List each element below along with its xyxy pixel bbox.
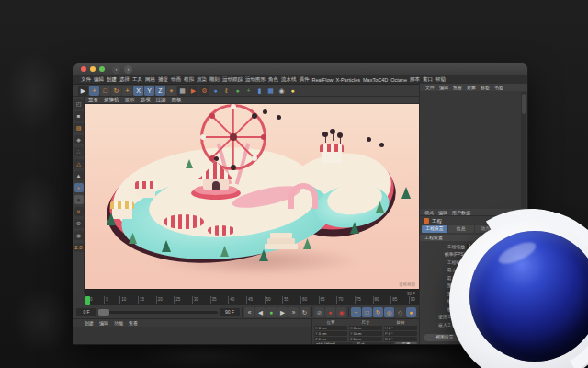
- zoom-window-button[interactable]: [99, 66, 105, 72]
- pen-spline-icon[interactable]: ℓ: [221, 86, 232, 96]
- object-manager-menu-item[interactable]: 标签: [481, 85, 490, 90]
- record-keyframe-button[interactable]: ●: [325, 307, 335, 317]
- menu-item[interactable]: 工具: [132, 76, 142, 83]
- menu-item[interactable]: 雕刻: [209, 76, 220, 83]
- scrollbar-thumb[interactable]: [522, 94, 526, 114]
- coord-field[interactable]: X0 cm: [349, 326, 382, 330]
- material-menu-item[interactable]: 查看: [129, 320, 138, 326]
- model-mode-icon[interactable]: ■: [74, 111, 84, 121]
- play-button[interactable]: ▶: [277, 307, 288, 317]
- key-rotation-toggle[interactable]: ↻: [373, 307, 383, 317]
- menu-item[interactable]: 捕捉: [158, 76, 168, 83]
- menu-item[interactable]: MaxToC4D: [363, 77, 388, 83]
- menu-item[interactable]: 脚本: [410, 76, 420, 83]
- workplane-icon[interactable]: ◆: [74, 135, 84, 144]
- timeline-playhead[interactable]: [85, 296, 90, 305]
- key-pla-toggle[interactable]: ◇: [395, 307, 405, 317]
- snap-toggle-icon[interactable]: ∨: [74, 207, 84, 216]
- material-menu-item[interactable]: 编辑: [99, 320, 108, 326]
- viewport-menu-item[interactable]: 摄像机: [104, 97, 119, 103]
- menu-item[interactable]: RealFlow: [312, 77, 334, 83]
- scale-tool-icon[interactable]: □: [100, 86, 110, 96]
- subdivision-surface-icon[interactable]: ●: [210, 86, 220, 96]
- render-view-icon[interactable]: ▦: [177, 86, 187, 96]
- material-list[interactable]: [74, 327, 311, 344]
- coord-size-dropdown[interactable]: 尺寸: [355, 342, 393, 345]
- move-tool-icon[interactable]: +: [89, 86, 99, 96]
- close-window-button[interactable]: [81, 66, 86, 72]
- record-button[interactable]: ●: [266, 307, 277, 317]
- loop-button[interactable]: ↻: [300, 307, 310, 317]
- viewport-menu-item[interactable]: 过滤: [156, 97, 166, 103]
- z-axis-lock-icon[interactable]: Z: [155, 86, 165, 96]
- object-manager-list[interactable]: [420, 91, 527, 210]
- record-objects-button[interactable]: ◉: [336, 307, 346, 317]
- menu-item[interactable]: 网格: [145, 76, 155, 83]
- menu-item[interactable]: 插件: [300, 76, 310, 83]
- go-to-end-button[interactable]: »: [288, 307, 299, 317]
- menu-item[interactable]: 流水线: [281, 76, 297, 83]
- viewport-menu-item[interactable]: 显示: [125, 97, 135, 103]
- menu-item[interactable]: 创建: [107, 76, 117, 83]
- key-scale-toggle[interactable]: □: [362, 307, 372, 317]
- points-mode-icon[interactable]: ∴: [74, 147, 84, 156]
- coord-field[interactable]: Z0 cm: [349, 337, 382, 341]
- render-picture-viewer-icon[interactable]: ▶: [188, 86, 198, 96]
- coord-field[interactable]: B0 °: [384, 337, 417, 341]
- coord-mode-dropdown[interactable]: 对象(相对): [314, 342, 353, 345]
- go-to-start-button[interactable]: «: [244, 307, 254, 317]
- viewport-menu-item[interactable]: 选项: [141, 97, 151, 103]
- timeline-slider[interactable]: [98, 308, 218, 316]
- deformer-icon[interactable]: +: [243, 86, 254, 96]
- scrollbar[interactable]: [521, 92, 526, 208]
- menu-item[interactable]: X-Particles: [335, 77, 360, 83]
- menu-item[interactable]: 角色: [268, 76, 278, 83]
- minimize-window-button[interactable]: [90, 66, 96, 72]
- coord-field[interactable]: P0 °: [384, 331, 417, 336]
- mograph-icon[interactable]: ▦: [266, 86, 276, 96]
- camera-lock-icon[interactable]: ◉: [74, 231, 84, 240]
- key-parameter-toggle[interactable]: ◎: [384, 307, 394, 317]
- axis-mode-icon[interactable]: +: [74, 183, 84, 192]
- gear-icon[interactable]: ⚙: [74, 219, 84, 228]
- coord-field[interactable]: H0 °: [384, 326, 417, 330]
- y-axis-lock-icon[interactable]: Y: [144, 86, 154, 96]
- camera-icon[interactable]: ◉: [277, 86, 287, 96]
- coord-field[interactable]: X0 cm: [314, 326, 347, 330]
- menu-item[interactable]: 文件: [81, 76, 91, 83]
- slider-handle[interactable]: [98, 309, 109, 316]
- generator-icon[interactable]: ●: [232, 86, 243, 96]
- back-button[interactable]: ‹: [112, 65, 120, 74]
- make-editable-icon[interactable]: ◰: [74, 99, 84, 109]
- autokey-frame-icon[interactable]: ⊘: [314, 307, 324, 317]
- menu-item[interactable]: 模拟: [184, 76, 194, 83]
- coord-field[interactable]: Y0 cm: [314, 331, 347, 336]
- object-manager-menu-item[interactable]: 文件: [425, 85, 435, 90]
- timeline-ruler[interactable]: 90 F 05101520253035404550556065707580859…: [85, 289, 419, 305]
- object-manager-menu-item[interactable]: 书签: [494, 85, 503, 90]
- viewport-scene[interactable]: 透视视图: [85, 104, 420, 289]
- menu-item[interactable]: 帮助: [435, 76, 446, 83]
- attribute-menu-item[interactable]: 模式: [424, 210, 434, 215]
- menu-item[interactable]: 运动图形: [245, 76, 266, 83]
- attribute-menu-item[interactable]: 用户数据: [452, 210, 470, 215]
- play-backward-button[interactable]: ◀: [255, 307, 266, 317]
- key-position-toggle[interactable]: +: [351, 307, 361, 317]
- apply-button[interactable]: 应用: [395, 342, 417, 345]
- menu-item[interactable]: 渲染: [197, 76, 207, 83]
- menu-item[interactable]: 编辑: [94, 76, 104, 83]
- texture-mode-icon[interactable]: ▨: [74, 123, 84, 132]
- object-manager-menu-item[interactable]: 对象: [467, 85, 476, 90]
- edges-mode-icon[interactable]: △: [74, 159, 84, 168]
- environment-icon[interactable]: ▮: [254, 86, 265, 96]
- material-menu-item[interactable]: 功能: [114, 320, 123, 326]
- polygons-mode-icon[interactable]: ▲: [74, 171, 84, 180]
- material-menu-item[interactable]: 创建: [85, 320, 94, 326]
- viewport-menu-item[interactable]: 查看: [88, 97, 98, 103]
- last-tool-icon[interactable]: +: [122, 86, 132, 96]
- current-frame-field[interactable]: 0 F: [76, 308, 96, 316]
- viewport-menu-item[interactable]: 面板: [172, 97, 182, 103]
- autokey-toggle[interactable]: ●: [406, 307, 416, 317]
- coord-field[interactable]: Y0 cm: [349, 331, 382, 336]
- forward-button[interactable]: ›: [124, 65, 132, 74]
